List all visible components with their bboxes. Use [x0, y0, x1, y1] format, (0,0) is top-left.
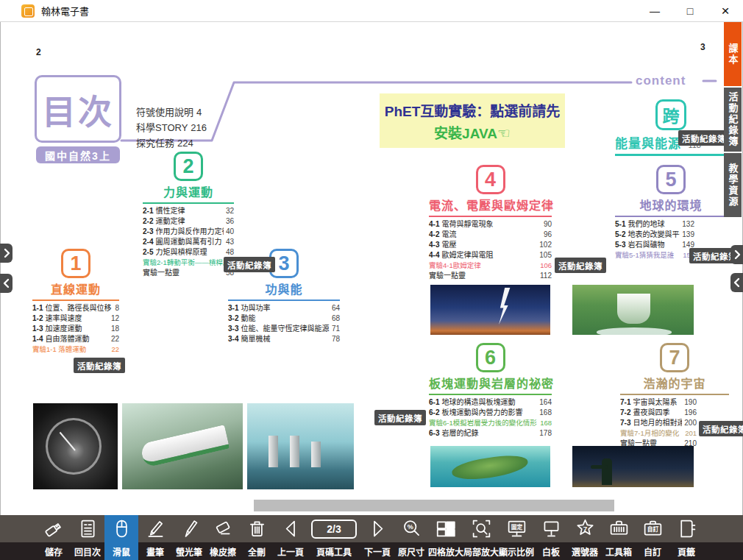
svg-text:%: %	[407, 523, 413, 531]
toc-entry[interactable]: 1-3 加速度運動 18	[32, 324, 119, 334]
side-tab-group: 課本 活動紀錄簿 教學資源	[724, 22, 742, 217]
page-back-arrow[interactable]	[730, 273, 743, 292]
toc-entry[interactable]: 4-2 電流 96	[429, 230, 552, 240]
front-matter-entry[interactable]: 符號使用說明4	[136, 104, 207, 120]
eraser-icon	[213, 515, 234, 542]
chapter-number-badge: 6	[476, 343, 505, 372]
page-forward-arrow[interactable]	[730, 245, 743, 264]
activity-badge[interactable]: 活動紀錄簿	[555, 258, 606, 273]
toc-entry[interactable]: 4-3 電壓 102	[429, 240, 552, 250]
toc-entry[interactable]: 4-4 歐姆定律與電阻 105	[429, 250, 552, 260]
minimize-button[interactable]: —	[637, 0, 672, 21]
activity-badge[interactable]: 活動紀錄簿	[699, 421, 743, 436]
toolbar-button-usb-drive[interactable]: 儲存	[37, 515, 71, 560]
toc-entry[interactable]: 實驗7-1月相的變化 201	[620, 428, 697, 439]
toolbar-button-trash[interactable]: 全刪	[240, 515, 274, 560]
side-tab[interactable]: 教學資源	[724, 153, 742, 217]
chapter-title[interactable]: 力與運動	[143, 182, 234, 200]
chapter-number-badge: 1	[61, 249, 90, 278]
cross-unit-section: 跨 能量與能源 118	[615, 99, 727, 156]
activity-badge[interactable]: 活動紀錄簿	[74, 358, 125, 373]
chapter-title[interactable]: 功與能	[228, 280, 340, 297]
toc-entry[interactable]: 3-3 位能、能量守恆定律與能源 71	[228, 324, 340, 334]
usb-drive-icon	[43, 515, 65, 542]
toolbar-button-highlighter[interactable]: 螢光筆	[172, 515, 206, 560]
whiteboard-icon	[541, 515, 562, 542]
toc-entry[interactable]: 實驗一點靈 112	[429, 271, 552, 281]
toolbar-button-quad-zoom[interactable]: 四格放大	[428, 515, 463, 560]
toc-entry[interactable]: 2-1 慣性定律 32	[143, 206, 234, 216]
toolbar-button-page-indicator-box[interactable]: 2/3 頁碼工具	[307, 515, 360, 560]
toc-entry[interactable]: 實驗一點靈 58	[143, 268, 234, 278]
title-bar: 翰林電子書 — □ ×	[0, 0, 743, 22]
toolbar-button-whiteboard[interactable]: 白板	[534, 515, 568, 560]
toc-entry[interactable]: 實驗4-1歐姆定律 106	[429, 260, 552, 271]
toc-entry[interactable]: 7-2 晝夜與四季 196	[620, 408, 697, 418]
toc-entry[interactable]: 1-2 速率與速度 12	[32, 313, 119, 324]
toc-entry[interactable]: 5-3 岩石與礦物 149	[615, 240, 694, 250]
svg-text:7: 7	[583, 525, 587, 533]
speedometer-photo	[33, 403, 118, 489]
toc-entry[interactable]: 6-1 地球的構造與板塊運動 164	[429, 397, 552, 408]
toc-entry[interactable]: 2-3 作用力與反作用力定律 40	[143, 227, 234, 237]
toc-entry[interactable]: 7-3 日地月的相對運動 200	[620, 418, 697, 428]
toc-entry[interactable]: 2-4 圓周運動與萬有引力 43	[143, 237, 234, 247]
front-matter-entry[interactable]: 科學STORY216	[136, 120, 207, 135]
toc-entry[interactable]: 3-1 功與功率 64	[228, 303, 340, 313]
toc-entry[interactable]: 3-2 動能 68	[228, 313, 340, 324]
toc-entry[interactable]: 2-2 運動定律 36	[143, 216, 234, 227]
activity-badge[interactable]: 活動紀錄簿	[678, 130, 730, 146]
toolbar-button-page-tab[interactable]: 頁籤	[669, 515, 703, 560]
chapter-number-badge: 7	[660, 343, 689, 372]
maximize-button[interactable]: □	[672, 0, 708, 21]
cross-unit-title: 能量與能源	[615, 137, 681, 151]
activity-badge[interactable]: 活動紀錄簿	[374, 410, 426, 425]
side-tab[interactable]: 活動紀錄簿	[724, 88, 742, 152]
toc-entry[interactable]: 1-1 位置、路徑長與位移 8	[32, 303, 119, 313]
toolbar-button-pen[interactable]: 畫筆	[138, 515, 172, 560]
toc-entry[interactable]: 5-1 我們的地球 132	[615, 219, 694, 230]
toc-entry[interactable]: 實驗1-1 落體運動 22	[32, 344, 119, 355]
chapter-title[interactable]: 地球的環境	[615, 196, 727, 213]
chapter-title[interactable]: 電流、電壓與歐姆定律	[429, 196, 552, 213]
toolbar-button-toc[interactable]: 回目次	[71, 515, 104, 560]
horizontal-scrollbar[interactable]	[254, 500, 614, 511]
page-forward-arrow[interactable]	[0, 244, 13, 263]
divider	[429, 394, 552, 395]
next-page-icon	[367, 515, 388, 542]
toolbar-button-eraser[interactable]: 橡皮擦	[206, 515, 240, 560]
toc-entry[interactable]: 實驗6-1模擬岩層受力後的變化情形 168	[429, 418, 552, 428]
toc-entry[interactable]: 4-1 電荷與靜電現象 90	[429, 219, 552, 230]
toolbar-button-zoom-percent[interactable]: % 原尺寸	[394, 515, 428, 560]
toolbar-button-next-page[interactable]: 下一頁	[360, 515, 394, 560]
toc-entry[interactable]: 6-2 板塊運動與內營力的影響 168	[429, 408, 552, 418]
toolbar-button-toolbox[interactable]: 工具箱	[602, 515, 636, 560]
toc-entry[interactable]: 3-4 簡單機械 78	[228, 334, 340, 344]
toc-entry[interactable]: 實驗2-1轉動平衡——槓桿原理 52	[143, 258, 234, 268]
toc-entry[interactable]: 實驗5-1猜猜我是誰 154	[615, 250, 694, 260]
chapter-title[interactable]: 浩瀚的宇宙	[620, 374, 729, 391]
toolbar-button-display-scale[interactable]: 固定 顯示比例	[499, 515, 534, 560]
side-tab[interactable]: 課本	[724, 22, 742, 86]
front-matter-entry[interactable]: 探究任務224	[136, 135, 207, 151]
close-button[interactable]: ×	[708, 0, 743, 21]
svg-text:固定: 固定	[511, 523, 522, 531]
toc-entry[interactable]: 2-5 力矩與槓桿原理 48	[143, 247, 234, 258]
toolbar-button-prev-page[interactable]: 上一頁	[274, 515, 307, 560]
toc-entry[interactable]: 7-1 宇宙與太陽系 190	[620, 397, 697, 408]
toolbar-button-area-zoom[interactable]: 局部放大	[463, 515, 499, 560]
app-icon	[21, 4, 35, 18]
chapter-title[interactable]: 板塊運動與岩層的祕密	[429, 374, 552, 391]
toc-entry[interactable]: 5-2 地表的改變與平衡 139	[615, 230, 694, 240]
divider	[429, 216, 552, 217]
toc-entry[interactable]: 6-3 岩層的紀錄 178	[429, 428, 552, 439]
toolbar-button-mouse[interactable]: 滑鼠	[104, 515, 138, 560]
toolbar-button-number-picker[interactable]: 7 選號器	[568, 515, 602, 560]
toolbar-button-custom[interactable]: 自訂 自訂	[636, 515, 669, 560]
left-page-number: 2	[36, 47, 41, 57]
chapter-section-2: 2 力與運動 2-1 慣性定律 32 2-2 運動定律 36 2-3 作用力與反…	[143, 152, 234, 278]
activity-badge[interactable]: 活動紀錄簿	[224, 257, 275, 272]
page-back-arrow[interactable]	[0, 274, 13, 293]
chapter-title[interactable]: 直線運動	[32, 280, 119, 297]
toc-entry[interactable]: 1-4 自由落體運動 22	[32, 334, 119, 344]
